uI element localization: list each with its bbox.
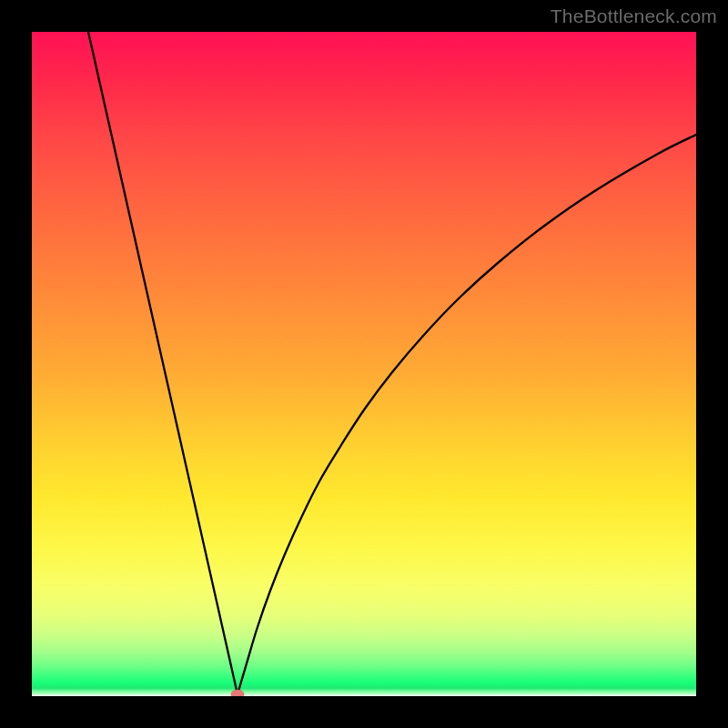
curve-group [88, 32, 696, 696]
chart-container: TheBottleneck.com [0, 0, 728, 728]
right-branch-line [238, 135, 696, 694]
plot-area [32, 32, 696, 696]
left-branch-line [88, 32, 238, 694]
minimum-marker [231, 690, 244, 696]
watermark-text: TheBottleneck.com [551, 5, 717, 27]
chart-svg [32, 32, 696, 696]
